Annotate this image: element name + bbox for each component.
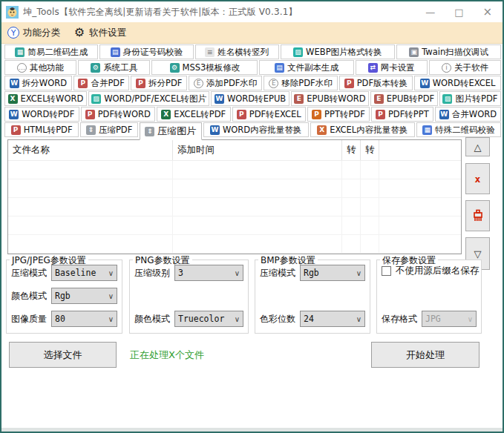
- main-toolbar: Y功能分类⚙软件设置: [1, 22, 503, 44]
- keep-extension-checkbox[interactable]: 不使用源后缀名保存: [382, 265, 477, 277]
- checkbox-icon: [382, 266, 391, 276]
- pdf-to-ppt-button[interactable]: PPDF转PPT: [371, 107, 433, 122]
- template-gear-icon: ⚙: [170, 63, 180, 73]
- excel-content-replace-button[interactable]: XEXCEL内容批量替换: [310, 122, 415, 137]
- function-button-label: 其他功能: [30, 62, 64, 73]
- jpg-color-mode-select[interactable]: Rgb∨: [51, 288, 117, 304]
- mss3-template-button[interactable]: ⚙MSS3模板修改: [151, 60, 258, 75]
- jpg-quality-select[interactable]: 80∨: [51, 311, 117, 327]
- excel-icon: X: [161, 110, 171, 119]
- function-button-label: 合并WORD: [452, 109, 497, 120]
- delete-item-button[interactable]: x: [465, 163, 490, 194]
- table-cell: [361, 161, 379, 179]
- jpg-compress-mode-select[interactable]: Baseline∨: [51, 265, 117, 281]
- other-functions-button[interactable]: …其他功能: [4, 60, 76, 75]
- software-settings-button[interactable]: ⚙软件设置: [73, 27, 126, 39]
- ppt-icon: P: [312, 110, 321, 119]
- function-button-label: 文件副本生成: [287, 62, 338, 73]
- png-compress-level-label: 压缩级别: [134, 267, 170, 280]
- bmp-params-body: 压缩模式Rgb∨色彩位数24∨: [260, 265, 365, 327]
- word-to-pdf-button[interactable]: WWORD转PDF: [4, 107, 79, 122]
- maximize-button[interactable]: □: [454, 7, 463, 17]
- function-row: W拆分WORDP合并PDFP拆分PDFE添加PDF水印E移除PDF水印PPDF版…: [4, 76, 501, 90]
- network-card-icon: ⇄: [368, 63, 378, 73]
- move-up-button[interactable]: △: [465, 137, 490, 156]
- word-icon: W: [10, 79, 19, 88]
- webp-convert-button[interactable]: ▨WEBP图片格式转换: [281, 44, 395, 59]
- ppt-to-pdf-button[interactable]: PPPT转PDF: [307, 107, 370, 122]
- png-params-group: PNG参数设置压缩级别3∨颜色模式Truecolor∨: [129, 260, 249, 334]
- epub-to-word-button[interactable]: EEPUB转WORD: [291, 91, 369, 106]
- select-files-button[interactable]: 选择文件: [9, 342, 117, 368]
- about-software-button[interactable]: i关于软件: [429, 60, 501, 75]
- word-icon: W: [420, 79, 430, 88]
- twain-debug-button[interactable]: ▣Twain扫描仪调试: [396, 44, 501, 59]
- file-list[interactable]: [8, 161, 461, 254]
- close-button[interactable]: ×: [482, 7, 492, 18]
- split-word-button[interactable]: W拆分WORD: [4, 76, 72, 90]
- excel-to-word-button[interactable]: XEXCEL转WORD: [4, 91, 87, 106]
- excel-icon: X: [8, 94, 18, 104]
- column-header-4[interactable]: 转: [361, 140, 379, 160]
- special-qr-verify-button[interactable]: ▦特殊二维码校验: [416, 122, 501, 137]
- name-transpose-button[interactable]: ≡姓名横转竖列: [195, 44, 279, 59]
- split-pdf-button[interactable]: P拆分PDF: [131, 76, 187, 90]
- word-to-epub-button[interactable]: WWORD转EPUB: [211, 91, 289, 106]
- png-compress-level-select[interactable]: 3∨: [174, 265, 243, 281]
- png-color-mode-select[interactable]: Truecolor∨: [174, 311, 243, 327]
- pdf-icon: P: [11, 125, 21, 135]
- table-cell: [173, 198, 342, 216]
- function-button-label: WORD转EXCEL: [433, 78, 496, 89]
- table-cell: [8, 198, 173, 216]
- pdf-to-word-button[interactable]: PPDF转WORD: [81, 107, 156, 122]
- id-card-icon: ▤: [111, 47, 120, 57]
- column-header-3[interactable]: 转: [342, 140, 361, 160]
- excel-to-pdf-button[interactable]: XEXCEL转PDF: [157, 107, 230, 122]
- move-up-icon: △: [474, 142, 482, 153]
- epub-to-pdf-button[interactable]: EEPUB转PDF: [370, 91, 438, 106]
- system-tools-button[interactable]: ⚙系统工具: [78, 60, 150, 75]
- qr-generate-button[interactable]: ▦简易二维码生成: [4, 44, 98, 59]
- pdf-to-excel-button[interactable]: PPDF转EXCEL: [232, 107, 306, 122]
- network-settings-button[interactable]: ⇄网卡设置: [356, 60, 428, 75]
- compress-pdf-button[interactable]: ⇕压缩PDF: [80, 122, 138, 137]
- file-copy-icon: ▤: [275, 63, 284, 73]
- merge-pdf-button[interactable]: P合并PDF: [73, 76, 130, 90]
- id-check-button[interactable]: ▤身份证号码校验: [99, 44, 193, 59]
- pdf-version-convert-button[interactable]: PPDF版本转换: [339, 76, 413, 90]
- clear-list-button[interactable]: [465, 200, 490, 231]
- table-cell: [342, 235, 361, 253]
- excel-replace-icon: X: [317, 125, 327, 135]
- function-button-label: EPUB转WORD: [307, 93, 365, 105]
- office-to-image-button[interactable]: ▨WORD/PDF/EXCEL转图片: [88, 91, 210, 106]
- png-color-mode-row: 颜色模式Truecolor∨: [134, 311, 243, 327]
- chevron-down-icon: ∨: [235, 315, 240, 323]
- table-cell: [8, 235, 173, 253]
- window-controls: —□×: [425, 7, 498, 18]
- image-to-pdf-button[interactable]: ▨图片转PDF: [439, 91, 501, 106]
- html-to-pdf-button[interactable]: PHTML转PDF: [4, 122, 79, 137]
- jpg-quality-label: 图像质量: [11, 313, 47, 325]
- category-y-icon: Y: [7, 27, 19, 39]
- epub-icon: E: [294, 94, 304, 104]
- add-pdf-watermark-button[interactable]: E添加PDF水印: [189, 76, 262, 90]
- file-table[interactable]: 文件名称添加时间转转: [7, 139, 462, 254]
- compress-image-button[interactable]: ⇕压缩图片: [140, 122, 202, 140]
- merge-word-button[interactable]: W合并WORD: [435, 107, 501, 122]
- info-circle-icon: i: [442, 63, 451, 73]
- function-button-label: 网卡设置: [381, 62, 415, 73]
- word-to-excel-button[interactable]: WWORD转EXCEL: [414, 76, 501, 90]
- file-copy-button[interactable]: ▤文件副本生成: [259, 60, 353, 75]
- word-content-replace-button[interactable]: WWORD内容批量替换: [203, 122, 309, 137]
- column-header-1[interactable]: 文件名称: [8, 140, 173, 160]
- bmp-color-depth-select[interactable]: 24∨: [300, 311, 365, 327]
- chevron-down-icon: ∨: [108, 315, 114, 323]
- bmp-compress-mode-select[interactable]: Rgb∨: [300, 265, 365, 281]
- function-category-button[interactable]: Y功能分类: [7, 27, 60, 39]
- start-processing-button[interactable]: 开始处理: [371, 342, 480, 368]
- column-header-2[interactable]: 添加时间: [173, 140, 342, 160]
- function-button-label: 关于软件: [454, 62, 488, 73]
- epub-icon: E: [374, 94, 384, 104]
- remove-pdf-watermark-button[interactable]: E移除PDF水印: [264, 76, 337, 90]
- minimize-button[interactable]: —: [425, 7, 435, 17]
